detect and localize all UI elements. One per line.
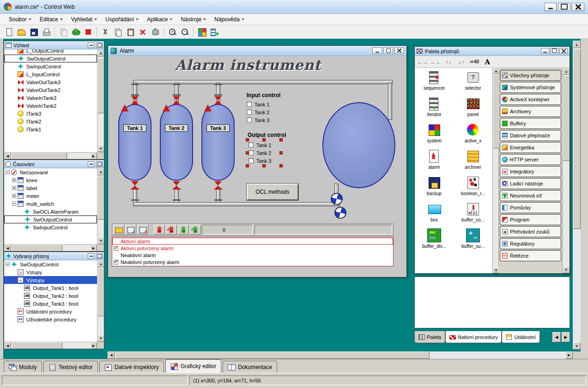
tree-item[interactable]: SwInputControl: [4, 62, 97, 70]
titlebar[interactable]: alarm.cw* - Control Web: [0, 0, 588, 14]
palette-instrument[interactable]: box: [415, 201, 454, 227]
tree-item[interactable]: SwOutputControl: [4, 216, 97, 223]
scroll-up-button[interactable]: [97, 49, 104, 56]
scroll-right-button[interactable]: [90, 153, 97, 159]
palette-instrument[interactable]: panel: [454, 95, 492, 122]
panel-vybrany-header[interactable]: Vybraný přístroj: [4, 252, 104, 260]
selection-handle[interactable]: [246, 164, 249, 167]
selection-handle[interactable]: [262, 138, 266, 142]
category-button[interactable]: Integrátory: [500, 166, 561, 177]
checkbox[interactable]: [249, 142, 254, 148]
scrollbar-thumb[interactable]: [97, 176, 104, 220]
maximize-button[interactable]: [383, 47, 393, 54]
palette-instrument[interactable]: alarm: [415, 148, 454, 174]
scroll-left-button[interactable]: [4, 245, 11, 251]
palette-toolbar-button[interactable]: [443, 57, 455, 67]
category-button[interactable]: Archivery: [500, 106, 561, 117]
checkbox-row[interactable]: Tank 3: [247, 116, 280, 124]
alarm-toolbar-button[interactable]: [137, 225, 148, 234]
alarm-list-row[interactable]: Neaktivní potvrzený alarm: [112, 259, 393, 265]
tree-item[interactable]: − SwOutputControl: [4, 260, 97, 268]
horizontal-scrollbar[interactable]: [4, 152, 97, 159]
scroll-up-button[interactable]: [97, 168, 104, 175]
close-button[interactable]: [559, 48, 568, 54]
palette-tab[interactable]: Událostní: [502, 331, 540, 343]
tree-expander[interactable]: −: [6, 262, 10, 266]
maximize-button[interactable]: [550, 48, 558, 54]
scroll-left-button[interactable]: [108, 351, 115, 359]
toolbar-button[interactable]: [70, 26, 82, 38]
selection-handle[interactable]: [279, 164, 283, 167]
toolbar-button[interactable]: [137, 26, 149, 38]
alarm-list-row[interactable]: Aktivní alarm: [112, 238, 393, 245]
category-button[interactable]: Řetězce: [500, 250, 561, 261]
alarm-toolbar-button[interactable]: [178, 225, 189, 234]
toolbar-button[interactable]: [99, 26, 111, 38]
panel-dock-button[interactable]: [96, 161, 103, 167]
selection-handle[interactable]: [246, 138, 249, 142]
tree-item[interactable]: L_InputControl: [4, 70, 97, 78]
scrollbar-thumb[interactable]: [573, 49, 581, 229]
vertical-scrollbar[interactable]: [97, 168, 104, 244]
checkbox-row[interactable]: Tank 2: [247, 108, 280, 116]
toolbar-button[interactable]: [124, 26, 136, 38]
valve-out-tank3-icon[interactable]: [214, 181, 222, 190]
tree-expander[interactable]: +: [12, 186, 16, 190]
tree-item[interactable]: Vstupy: [4, 268, 97, 276]
palette-tab[interactable]: Nativní procedury: [445, 331, 502, 343]
palette-instrument[interactable]: selector: [454, 69, 492, 95]
menu-item[interactable]: Vyhledat: [67, 15, 101, 24]
category-button[interactable]: Regulátory: [500, 238, 561, 249]
category-button[interactable]: Všechny přístroje: [500, 70, 561, 81]
scrollbar-thumb[interactable]: [97, 58, 104, 113]
menu-item[interactable]: Uspořádání: [101, 15, 143, 24]
alarm-toolbar-button[interactable]: [190, 225, 201, 234]
menu-item[interactable]: Soubor: [5, 15, 36, 24]
graphic-editor-canvas[interactable]: Alarm instrument: [108, 56, 406, 277]
palette-instrument[interactable]: sequencer: [415, 69, 454, 95]
tree-item[interactable]: ITank3: [4, 110, 97, 117]
selection-handle[interactable]: [246, 151, 249, 154]
scrollbar-thumb[interactable]: [115, 351, 430, 359]
category-button[interactable]: Neuronová síť: [500, 190, 561, 201]
scroll-down-button[interactable]: [493, 267, 499, 273]
alarm-window-titlebar[interactable]: Alarm: [108, 46, 406, 56]
toolbar-button[interactable]: [149, 26, 161, 38]
checkbox[interactable]: [247, 117, 252, 123]
alarm-list-row[interactable]: Neaktivní alarm: [112, 252, 393, 259]
palette-tab[interactable]: Paleta: [414, 331, 445, 343]
scrollbar-thumb[interactable]: [563, 75, 570, 161]
acknowledge-checkbox[interactable]: [114, 260, 118, 265]
palette-instrument[interactable]: iterator: [415, 95, 454, 122]
tree-item[interactable]: + label: [4, 184, 97, 192]
category-button[interactable]: Datové přepínače: [500, 130, 561, 141]
palette-titlebar[interactable]: Paleta přístrojů: [415, 47, 570, 56]
palette-instrument[interactable]: buffer_co...: [454, 201, 492, 227]
maximize-button[interactable]: [558, 3, 570, 11]
toolbar-button[interactable]: [40, 26, 52, 38]
panel-collapse-button[interactable]: [88, 253, 94, 259]
tree-item[interactable]: SwInputControl: [4, 223, 97, 231]
tree-item[interactable]: + knee: [4, 176, 97, 184]
toolbar-button[interactable]: [196, 26, 208, 38]
tree-item[interactable]: L_OutputControl: [4, 49, 97, 55]
procedure-list-box[interactable]: [414, 277, 570, 328]
minimize-button[interactable]: [372, 47, 382, 54]
selection-handle[interactable]: [279, 151, 283, 154]
palette-instrument[interactable]: buffer_su...: [454, 227, 492, 253]
tank[interactable]: Tank 2: [160, 104, 193, 181]
palette-toolbar-button[interactable]: [417, 57, 429, 67]
category-button[interactable]: HTTP server: [500, 154, 561, 165]
minimize-button[interactable]: [541, 48, 549, 54]
scroll-right-button[interactable]: [90, 342, 97, 349]
scroll-left-button[interactable]: [4, 342, 11, 349]
valve-in-tank3-icon[interactable]: [214, 96, 222, 105]
palette-toolbar-button[interactable]: [468, 57, 480, 67]
editor-tab[interactable]: Grafický editor: [165, 359, 221, 373]
checkbox[interactable]: [247, 102, 252, 107]
horizontal-scrollbar[interactable]: [4, 342, 97, 349]
checkbox-row[interactable]: Tank 3: [249, 157, 281, 165]
alarm-list-row[interactable]: Aktivní potvrzený alarm: [112, 245, 393, 252]
tree-item[interactable]: Událostní procedury: [4, 308, 97, 315]
valve-out-tank1-icon[interactable]: [131, 181, 139, 190]
